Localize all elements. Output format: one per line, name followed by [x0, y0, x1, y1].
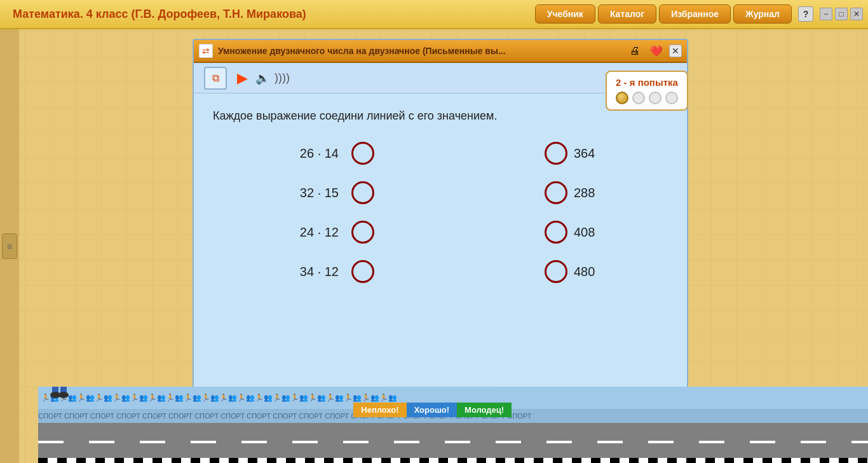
attempt-dots: [616, 92, 678, 104]
printer-icon[interactable]: 🖨: [626, 42, 644, 60]
modal-title-icons: 🖨 ❤️ ✕: [626, 42, 682, 60]
expr-3: 24 · 12: [269, 225, 345, 240]
match-row-2: 32 · 15 288: [269, 181, 612, 204]
top-bar: Математика. 4 класс (Г.В. Дорофеев, Т.Н.…: [0, 0, 868, 29]
attempt-dot-3: [649, 92, 661, 104]
app-title: Математика. 4 класс (Г.В. Дорофеев, Т.Н.…: [0, 8, 532, 21]
right-group-1: 364: [545, 142, 612, 165]
attempt-dot-2: [632, 92, 645, 104]
answer-3: 408: [574, 225, 612, 240]
left-group-2: 32 · 15: [269, 181, 374, 204]
right-group-4: 480: [545, 260, 612, 283]
expr-2: 32 · 15: [269, 186, 345, 200]
maximize-button[interactable]: □: [835, 8, 848, 20]
right-circle-4[interactable]: [545, 260, 567, 283]
modal-close-button[interactable]: ✕: [669, 45, 682, 57]
nav-buttons: Учебник Каталог Избранное Журнал: [532, 4, 792, 24]
right-circle-3[interactable]: [545, 221, 567, 244]
attempt-dot-4: [665, 92, 678, 104]
road: [38, 423, 868, 458]
textbook-btn[interactable]: Учебник: [535, 4, 595, 24]
svg-point-6: [58, 392, 69, 398]
main-area: ⊞ ⇄ Умножение двузначного числа на двузн…: [0, 29, 868, 463]
match-row-1: 26 · 14 364: [269, 142, 612, 165]
expr-1: 26 · 14: [269, 146, 345, 161]
left-circle-1[interactable]: [351, 142, 374, 165]
left-circle-4[interactable]: [351, 260, 374, 283]
girl-svg: [38, 387, 83, 407]
settings-icon: ⧉: [212, 73, 219, 84]
checkered-flag: [38, 458, 868, 463]
status-bad: Неплохо!: [353, 403, 406, 417]
left-circle-2[interactable]: [351, 181, 374, 204]
right-circle-2[interactable]: [545, 181, 567, 204]
right-group-2: 288: [545, 181, 612, 204]
left-group-3: 24 · 12: [269, 221, 374, 244]
modal-title-text: Умножение двузначного числа на двузначно…: [218, 46, 626, 56]
catalog-btn[interactable]: Каталог: [598, 4, 656, 24]
help-button[interactable]: ?: [798, 6, 813, 22]
attempt-badge: 2 - я попытка: [606, 71, 688, 111]
status-great: Молодец!: [457, 403, 512, 417]
left-group-1: 26 · 14: [269, 142, 374, 165]
attempt-dot-1: [616, 92, 628, 104]
girl-character: [38, 387, 83, 407]
status-good: Хорошо!: [407, 403, 457, 417]
sound-button[interactable]: 🔈: [255, 71, 269, 85]
modal-content: Каждое выражение соедини линией с его зн…: [194, 93, 687, 378]
match-row-4: 34 · 12 480: [269, 260, 612, 283]
left-group-4: 34 · 12: [269, 260, 374, 283]
answer-4: 480: [574, 265, 612, 279]
close-button[interactable]: ✕: [850, 8, 863, 20]
road-line: [38, 441, 868, 443]
answer-1: 364: [574, 146, 612, 161]
instruction-text: Каждое выражение соедини линией с его зн…: [213, 109, 668, 123]
modal-icon: ⇄: [199, 44, 213, 58]
journal-btn[interactable]: Журнал: [733, 4, 792, 24]
right-circle-1[interactable]: [545, 142, 567, 165]
shuffle-icon: ⇄: [202, 46, 210, 56]
attempt-label: 2 - я попытка: [616, 77, 678, 88]
window-controls: ? − □ ✕: [798, 6, 863, 22]
status-labels: Неплохо! Хорошо! Молодец!: [353, 403, 512, 417]
heart-icon[interactable]: ❤️: [648, 42, 665, 60]
bottom-scene: 🏃👥🏃👥🏃👥🏃👥🏃👥🏃👥🏃👥🏃👥🏃👥🏃👥🏃👥🏃👥🏃👥🏃👥🏃👥🏃👥🏃👥🏃👥🏃👥🏃👥…: [38, 387, 868, 463]
modal-titlebar: ⇄ Умножение двузначного числа на двузнач…: [194, 40, 687, 63]
matching-area: 26 · 14 364 32 · 15: [213, 142, 668, 283]
play-button[interactable]: ▶: [237, 70, 248, 86]
modal-window: ⇄ Умножение двузначного числа на двузнач…: [193, 39, 688, 433]
crowd-text: 🏃👥🏃👥🏃👥🏃👥🏃👥🏃👥🏃👥🏃👥🏃👥🏃👥🏃👥🏃👥🏃👥🏃👥🏃👥🏃👥🏃👥🏃👥🏃👥🏃👥: [38, 394, 400, 402]
match-row-3: 24 · 12 408: [269, 221, 612, 244]
minimize-button[interactable]: −: [820, 8, 832, 20]
modal-container: ⇄ Умножение двузначного числа на двузнач…: [19, 29, 868, 463]
settings-icon-box[interactable]: ⧉: [204, 67, 227, 90]
answer-2: 288: [574, 186, 612, 200]
right-group-3: 408: [545, 221, 612, 244]
favorites-btn[interactable]: Избранное: [659, 4, 731, 24]
waves-icon: )))): [275, 71, 290, 85]
expr-4: 34 · 12: [269, 265, 345, 279]
left-circle-3[interactable]: [351, 221, 374, 244]
